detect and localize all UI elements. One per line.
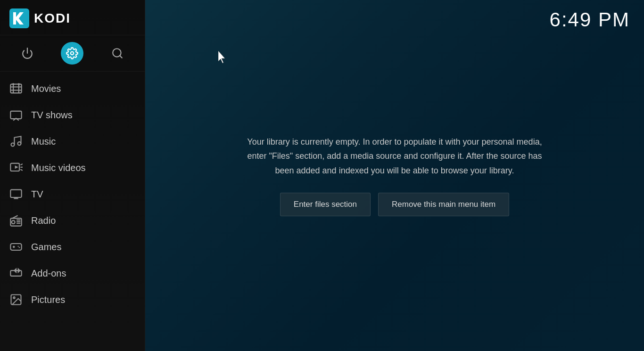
svg-rect-0 [9,8,29,28]
sidebar-item-tv[interactable]: TV [0,181,145,207]
kodi-logo-icon [9,8,29,28]
svg-point-7 [13,84,14,85]
svg-point-10 [11,143,15,147]
nav-menu: Movies TV shows Music [0,72,145,351]
remove-menu-item-button[interactable]: Remove this main menu item [378,193,509,216]
sidebar-item-movies[interactable]: Movies [0,75,145,102]
library-message: Your library is currently empty. In orde… [239,135,550,178]
svg-rect-25 [10,244,21,250]
sidebar-item-music-videos[interactable]: Music videos [0,155,145,181]
svg-rect-6 [10,84,21,93]
search-button[interactable] [106,42,129,65]
svg-point-11 [18,142,21,145]
tv-shows-label: TV shows [31,110,73,121]
tv-label: TV [31,189,43,200]
pictures-label: Pictures [31,294,65,305]
sidebar-item-radio[interactable]: Radio [0,207,145,234]
enter-files-button[interactable]: Enter files section [280,193,371,216]
sidebar-item-music[interactable]: Music [0,128,145,155]
sidebar-item-games[interactable]: Games [0,234,145,260]
music-videos-icon [9,161,23,174]
svg-line-14 [20,164,23,165]
movies-label: Movies [31,83,61,94]
sidebar-header: KODI [0,0,145,35]
movies-icon [9,82,23,95]
sidebar: KODI [0,0,145,351]
settings-icon [66,47,78,59]
sidebar-icon-bar [0,35,145,72]
music-videos-label: Music videos [31,163,86,173]
cursor [218,51,230,67]
sidebar-item-pictures[interactable]: Pictures [0,286,145,313]
games-icon [9,240,23,253]
settings-button[interactable] [61,42,83,65]
games-label: Games [31,242,61,253]
addons-icon [9,267,23,280]
action-buttons: Enter files section Remove this main men… [280,193,509,216]
svg-point-3 [71,52,74,55]
svg-point-31 [13,297,15,299]
app-title: KODI [34,11,71,26]
svg-point-29 [19,247,20,248]
pictures-icon [9,293,23,306]
svg-marker-13 [15,165,18,169]
tv-icon [9,188,23,201]
svg-point-8 [18,84,19,85]
main-content: 6:49 PM Your library is currently empty.… [145,0,644,351]
svg-point-28 [18,246,19,247]
tv-shows-icon [9,108,23,122]
power-button[interactable] [16,42,39,65]
sidebar-item-add-ons[interactable]: Add-ons [0,260,145,286]
radio-label: Radio [31,215,56,226]
svg-line-16 [20,170,23,171]
music-icon [9,135,23,148]
svg-rect-20 [10,218,21,226]
sidebar-item-tv-shows[interactable]: TV shows [0,102,145,128]
svg-line-5 [120,56,122,58]
search-icon [111,47,124,59]
music-label: Music [31,136,56,147]
time-display: 6:49 PM [550,8,630,31]
radio-icon [9,214,23,227]
power-icon [21,47,33,59]
svg-point-21 [12,220,15,224]
addons-label: Add-ons [31,268,66,279]
svg-rect-17 [10,190,21,197]
library-empty-box: Your library is currently empty. In orde… [230,125,560,226]
